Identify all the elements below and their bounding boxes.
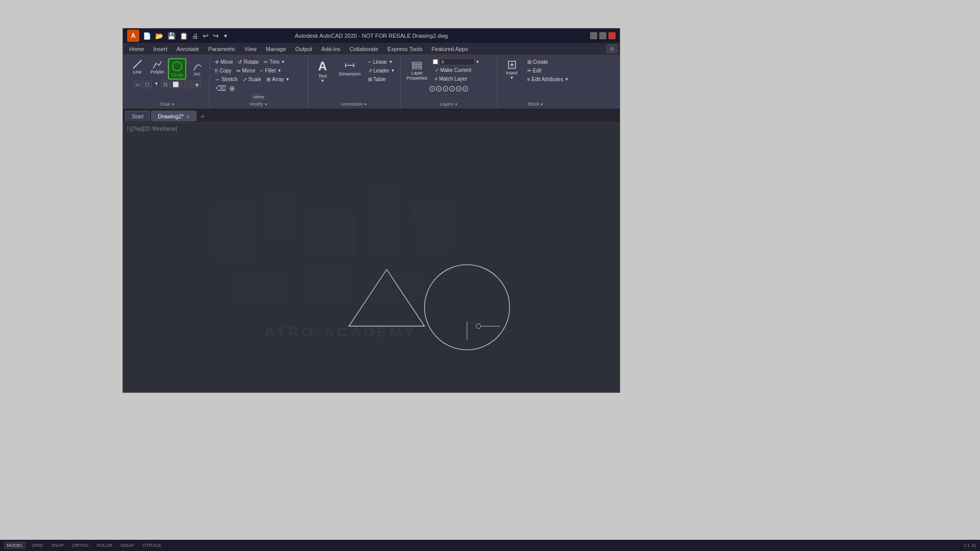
viewport[interactable]: [-][Top][2D Wireframe] ATRO-ACADEMY [123, 123, 620, 392]
layer-properties-btn[interactable]: LayerProperties [404, 58, 431, 82]
modify-move-btn[interactable]: ✛ Move [213, 58, 235, 66]
close-btn[interactable] [608, 32, 616, 39]
fillet-arrow[interactable]: ▼ [277, 68, 281, 73]
linear-arrow[interactable]: ▼ [388, 60, 393, 64]
qat-saveas[interactable]: 📋 [178, 32, 189, 40]
modify-stretch-btn[interactable]: ↔ Stretch [213, 76, 240, 83]
tab-drawing2-close[interactable]: ✕ [186, 114, 190, 119]
snap-btn[interactable]: SNAP [50, 542, 66, 548]
ribbon-content: Line Polylin [123, 55, 620, 109]
modify-group-arrow[interactable]: ▼ [264, 103, 268, 106]
draw-circle-btn[interactable]: Circle [168, 58, 186, 80]
menu-featured[interactable]: Featured Apps [427, 45, 472, 53]
annotation-table-btn[interactable]: ⊞ Table [366, 76, 397, 83]
viewport-selector[interactable]: ⊟ [972, 543, 976, 548]
triangle-shape[interactable] [349, 269, 425, 326]
menu-parametric[interactable]: Parametric [204, 45, 239, 53]
draw-dropdown[interactable]: ▼ [153, 81, 160, 88]
menu-manage[interactable]: Manage [262, 45, 290, 53]
draw-arc-btn[interactable]: Arc [188, 58, 206, 80]
tab-start[interactable]: Start [125, 111, 150, 121]
fillet-icon: ⌐ [260, 68, 263, 73]
polygon-btn[interactable]: ⬡ [143, 81, 152, 88]
modify-group-label[interactable]: Modify ▼ [250, 101, 267, 108]
mirror-label: Mirror [242, 68, 255, 73]
maximize-btn[interactable] [599, 32, 606, 39]
menu-addins[interactable]: Add-ins [317, 45, 345, 53]
model-btn[interactable]: MODEL [4, 542, 26, 549]
tab-drawing2[interactable]: Drawing2* ✕ [151, 111, 197, 121]
explode-btn[interactable]: ⊕ [228, 84, 236, 92]
draw-line-btn[interactable]: Line [128, 58, 146, 76]
menu-collaborate[interactable]: Collaborate [346, 45, 382, 53]
menu-output[interactable]: Output [291, 45, 316, 53]
qat-dropdown[interactable]: ▼ [222, 33, 230, 39]
qat-open[interactable]: 📂 [154, 32, 165, 40]
block-edit-btn[interactable]: ✏ Edit [525, 67, 571, 74]
gradient-btn[interactable]: ⬜ [170, 81, 181, 88]
title-bar: A 📄 📂 💾 📋 🖨 ↩ ↪ ▼ Autodesk AutoCAD 2020 … [123, 29, 620, 43]
insert-btn[interactable]: Insert ▼ [501, 58, 523, 81]
annotation-group-label[interactable]: Annotation ▼ [341, 101, 368, 108]
modify-fillet-btn[interactable]: ⌐ Fillet ▼ [258, 67, 283, 74]
draw-polyline-btn[interactable]: Polylin [148, 58, 166, 76]
hatch-btn[interactable]: ⊡ [161, 81, 169, 88]
layer-dropdown-arrow[interactable]: ▼ [476, 60, 480, 64]
boundary-btn[interactable]: ⬛ [182, 81, 192, 88]
ortho-btn[interactable]: ORTHO [70, 542, 90, 548]
grid-btn[interactable]: GRID [30, 542, 45, 548]
block-group-arrow[interactable]: ▼ [540, 103, 544, 106]
layer-selector[interactable]: 0 [439, 58, 475, 65]
text-arrow[interactable]: ▼ [321, 79, 325, 83]
qat-new[interactable]: 📄 [141, 32, 153, 40]
annotation-group-arrow[interactable]: ▼ [364, 103, 368, 106]
qat-undo[interactable]: ↩ [201, 31, 210, 40]
draw-group-arrow[interactable]: ▼ [172, 103, 175, 106]
annotation-leader-btn[interactable]: ↗ Leader ▼ [366, 67, 397, 74]
match-layer-btn[interactable]: ≡ Match Layer [433, 75, 494, 83]
isnap-btn[interactable]: ISNAP [118, 542, 136, 548]
menu-insert[interactable]: Insert [149, 45, 172, 53]
block-edit-attributes-btn[interactable]: ≡ Edit Attributes ▼ [525, 76, 571, 83]
annotation-linear-btn[interactable]: ─ Linear ▼ [366, 58, 397, 66]
minimize-btn[interactable] [590, 32, 597, 39]
array-label: Array [272, 77, 284, 82]
rotate-icon: ↺ [238, 59, 242, 65]
insert-arrow[interactable]: ▼ [510, 76, 514, 80]
menu-annotate[interactable]: Annotate [173, 45, 203, 53]
block-group-label[interactable]: Block ▼ [528, 101, 544, 108]
workspace-dropdown[interactable]: ⊙ [606, 44, 618, 53]
array-arrow[interactable]: ▼ [286, 77, 290, 82]
rectangle-btn[interactable]: ▭ [133, 81, 142, 88]
annotation-text-btn[interactable]: A Text ▼ [311, 58, 334, 84]
more-btn[interactable]: More [252, 93, 266, 101]
modify-scale-btn[interactable]: ⤢ Scale [241, 76, 263, 83]
modify-mirror-btn[interactable]: ⇔ Mirror [234, 67, 257, 74]
region-btn[interactable]: ◈ [193, 81, 201, 88]
modify-rotate-btn[interactable]: ↺ Rotate [236, 58, 260, 66]
edit-label: Edit [533, 68, 542, 73]
window-controls[interactable] [590, 32, 616, 39]
annotation-dimension-btn[interactable]: Dimension [336, 58, 364, 78]
edit-attributes-arrow[interactable]: ▼ [565, 77, 569, 82]
tab-add-btn[interactable]: + [198, 112, 208, 120]
draw-group-label[interactable]: Draw ▼ [160, 101, 175, 108]
modify-trim-btn[interactable]: ✂ Trim ▼ [262, 58, 287, 66]
make-current-btn[interactable]: ✓ Make Current [433, 66, 494, 74]
menu-home[interactable]: Home [125, 45, 148, 53]
modify-copy-btn[interactable]: ⎘ Copy [213, 67, 233, 74]
qat-print[interactable]: 🖨 [190, 32, 200, 40]
qat-save[interactable]: 💾 [166, 32, 177, 40]
leader-arrow[interactable]: ▼ [391, 68, 395, 73]
qat-redo[interactable]: ↪ [211, 31, 220, 40]
layers-group-arrow[interactable]: ▼ [454, 103, 458, 106]
block-create-btn[interactable]: ⊞ Create [525, 58, 571, 66]
trim-arrow[interactable]: ▼ [281, 60, 285, 64]
modify-array-btn[interactable]: ⊞ Array ▼ [264, 76, 292, 83]
polar-btn[interactable]: POLAR [94, 542, 114, 548]
otrack-btn[interactable]: OTRACK [140, 542, 164, 548]
layers-group-label[interactable]: Layers ▼ [439, 101, 458, 108]
erase-btn[interactable]: ⌫ [215, 84, 227, 92]
menu-view[interactable]: View [240, 45, 261, 53]
menu-express[interactable]: Express Tools [383, 45, 426, 53]
